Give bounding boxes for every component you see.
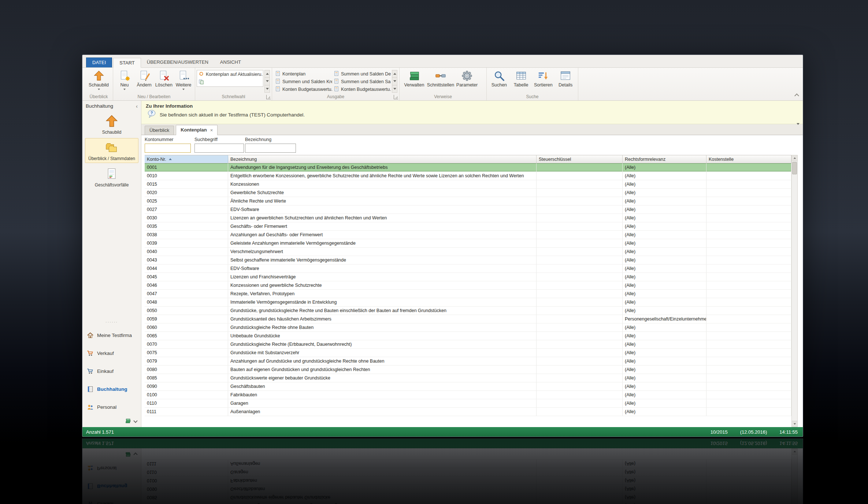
scroll-up-icon[interactable] (265, 70, 270, 78)
bezeichnung-input[interactable] (245, 144, 296, 153)
verwalten-button[interactable]: Verwalten (401, 69, 427, 94)
schnittstellen-button[interactable]: Schnittstellen (427, 69, 454, 94)
table-row[interactable]: 0027EDV-Software(Alle) (145, 205, 791, 214)
schnellwahl-item-kontenplan-aktualisieren[interactable]: Kontenplan auf Aktualisieru... (197, 70, 263, 78)
table-row[interactable]: 0090Geschäftsbauten(Alle) (145, 382, 791, 391)
ausgabe-dialog-launcher-icon[interactable] (394, 95, 398, 99)
nav-item-verkauf[interactable]: Verkauf (82, 344, 141, 362)
table-row[interactable]: 0085Grundstückswerte eigener bebauter Gr… (145, 374, 791, 382)
chevron-down-icon[interactable] (133, 419, 137, 423)
scrollbar-thumb[interactable] (792, 162, 797, 174)
ausgabe-item-summen-salden-kreditoren[interactable]: Summen und Salden Kre... (274, 78, 332, 85)
table-row[interactable]: 0110Garagen(Alle) (145, 399, 791, 408)
vertical-scrollbar[interactable] (791, 155, 798, 427)
sort-icon (537, 70, 549, 82)
scroll-up-icon[interactable] (792, 155, 797, 161)
table-row[interactable]: 0001Aufwendungen für die Ingangsetzung u… (145, 163, 791, 172)
tab-kontenplan[interactable]: Kontenplan × (176, 125, 218, 135)
column-header-bezeichnung[interactable]: Bezeichnung (228, 155, 537, 163)
scroll-up-icon[interactable] (392, 70, 397, 78)
main-row: Buchhaltung ‹ Schaubild Überblick / Stam… (82, 101, 803, 427)
table-row[interactable]: 0035Geschäfts- oder Firmenwert(Alle) (145, 222, 791, 231)
column-header-konto-nr[interactable]: Konto-Nr. (145, 155, 228, 163)
cell-steuerschluessel (537, 239, 623, 247)
cell-steuerschluessel (537, 163, 623, 171)
table-row[interactable]: 0111Außenanlagen(Alle) (145, 408, 791, 416)
table-row[interactable]: 0039Geleistete Anzahlungen immaterielle … (145, 239, 791, 248)
scroll-down-icon[interactable] (792, 421, 797, 427)
cell-bezeichnung: Geleistete Anzahlungen immaterielle Verm… (228, 239, 537, 247)
table-row[interactable]: 0025Ähnliche Rechte und Werte(Alle) (145, 197, 791, 205)
table-row[interactable]: 0048Immaterielle Vermögensgegenstände in… (145, 298, 791, 307)
schaubild-button[interactable]: Schaubild (86, 69, 111, 94)
expand-list-icon[interactable] (265, 85, 270, 92)
ausgabe-item-summen-salden-debitoren[interactable]: Summen und Salden De... (332, 70, 391, 78)
table-row[interactable]: 0079Anzahlungen auf Grundstücke und grun… (145, 357, 791, 366)
table-row[interactable]: 0015Konzessionen(Alle) (145, 180, 791, 189)
nav-item-einkauf[interactable]: Einkauf (82, 362, 141, 380)
expand-list-icon[interactable] (392, 85, 397, 92)
schnellwahl-dialog-launcher-icon[interactable] (266, 95, 271, 99)
table-row[interactable]: 0080Bauten auf eigenen Grundstücken und … (145, 366, 791, 374)
ausgabe-scroll-control[interactable] (392, 70, 397, 93)
tab-overflow-icon[interactable] (797, 125, 800, 131)
ribbon-collapse-icon[interactable] (794, 93, 799, 98)
ausgabe-item-kontenplan[interactable]: Kontenplan (274, 70, 332, 78)
tabelle-button[interactable]: Tabelle (510, 69, 532, 94)
table-row[interactable]: 0046Konzessionen und gewerbliche Schutzr… (145, 281, 791, 290)
scroll-down-icon[interactable] (392, 78, 397, 85)
sidebar-item-schaubild[interactable]: Schaubild (85, 112, 138, 137)
nav-item-buchhaltung[interactable]: Buchhaltung (82, 380, 141, 398)
tab-ueberblick[interactable]: Überblick (145, 126, 174, 135)
weitere-button[interactable]: Weitere (174, 69, 193, 94)
table-row[interactable]: 0040Verschmelzungsmehrwert(Alle) (145, 248, 791, 256)
table-row[interactable]: 0020Gewerbliche Schutzrechte(Alle) (145, 189, 791, 197)
table-row[interactable]: 0050Grundstücke, grundstücksgleiche Rech… (145, 307, 791, 315)
layers-icon[interactable] (125, 418, 131, 425)
ribbon-tab-uebergeben-auswerten[interactable]: ÜBERGEBEN/AUSWERTEN (141, 58, 214, 67)
column-header-kostenstelle[interactable]: Kostenstelle (706, 155, 791, 163)
table-row[interactable]: 0047Rezepte, Verfahren, Prototypen(Alle) (145, 290, 791, 298)
sortieren-button[interactable]: Sortieren (532, 69, 555, 94)
table-row[interactable]: 0059Grundstücksanteil des häuslichen Arb… (145, 315, 791, 323)
ribbon-tab-datei[interactable]: DATEI (86, 58, 112, 67)
column-header-steuerschluessel[interactable]: Steuerschlüssel (537, 155, 623, 163)
ausgabe-item-konten-budgetauswertung-2[interactable]: Konten Budgetauswertu... (332, 85, 391, 93)
table-row[interactable]: 0045Lizenzen und Franchiseverträge(Alle) (145, 273, 791, 281)
table-row[interactable]: 0030Lizenzen an gewerblichen Schutzrecht… (145, 214, 791, 222)
kontonummer-input[interactable] (145, 144, 191, 153)
schnellwahl-scroll-control[interactable] (264, 70, 270, 93)
nav-item-meine-testfirma[interactable]: Meine Testfirma (82, 326, 141, 344)
sidebar-item-ueberblick-stammdaten[interactable]: Überblick / Stammdaten (85, 138, 138, 163)
table-row[interactable]: 0070Grundstücksgleiche Rechte (Erbbaurec… (145, 340, 791, 349)
column-header-rechtsformrelevanz[interactable]: Rechtsformrelevanz (623, 155, 706, 163)
ribbon-tab-ansicht[interactable]: ANSICHT (214, 58, 247, 67)
sidebar-collapse-icon[interactable]: ‹ (136, 103, 138, 109)
tab-close-icon[interactable]: × (210, 128, 213, 133)
details-button[interactable]: Details (554, 69, 576, 94)
parameter-button[interactable]: Parameter (454, 69, 480, 94)
sidebar-splitter-handle[interactable]: ······ (82, 320, 141, 326)
ribbon-tab-start[interactable]: START (113, 58, 141, 68)
nav-item-label: Verkauf (97, 351, 114, 356)
sidebar-item-label: Schaubild (102, 130, 122, 135)
neu-button[interactable]: Neu (115, 69, 134, 94)
table-row[interactable]: 0065Unbebaute Grundstücke(Alle) (145, 332, 791, 340)
schnellwahl-item-budget-kopieren[interactable] (197, 78, 263, 86)
suchen-button[interactable]: Suchen (488, 69, 510, 94)
table-row[interactable]: 0043Selbst geschaffene immaterielle Verm… (145, 256, 791, 264)
nav-item-personal[interactable]: Personal (82, 398, 141, 416)
scroll-down-icon[interactable] (265, 78, 270, 85)
aendern-button[interactable]: Ändern (134, 69, 154, 94)
table-row[interactable]: 0075Grundstücke mit Substanzverzehr(Alle… (145, 349, 791, 357)
table-row[interactable]: 0044EDV-Software(Alle) (145, 264, 791, 273)
table-row[interactable]: 0038Anzahlungen auf Geschäfts- oder Firm… (145, 231, 791, 239)
ausgabe-item-summen-salden-sachkonten[interactable]: Summen und Salden Sac... (332, 78, 391, 85)
table-row[interactable]: 0100Fabrikbauten(Alle) (145, 391, 791, 399)
table-row[interactable]: 0010Entgeltlich erworbene Konzessionen, … (145, 172, 791, 180)
table-row[interactable]: 0060Grundstücksgleiche Rechte ohne Baute… (145, 323, 791, 332)
loeschen-button[interactable]: Löschen (154, 69, 174, 94)
suchbegriff-input[interactable] (194, 144, 244, 153)
sidebar-item-geschaeftsvorfaelle[interactable]: Geschäftsvorfälle (85, 164, 138, 189)
ausgabe-item-konten-budgetauswertung[interactable]: Konten Budgetauswertu... (274, 85, 332, 93)
